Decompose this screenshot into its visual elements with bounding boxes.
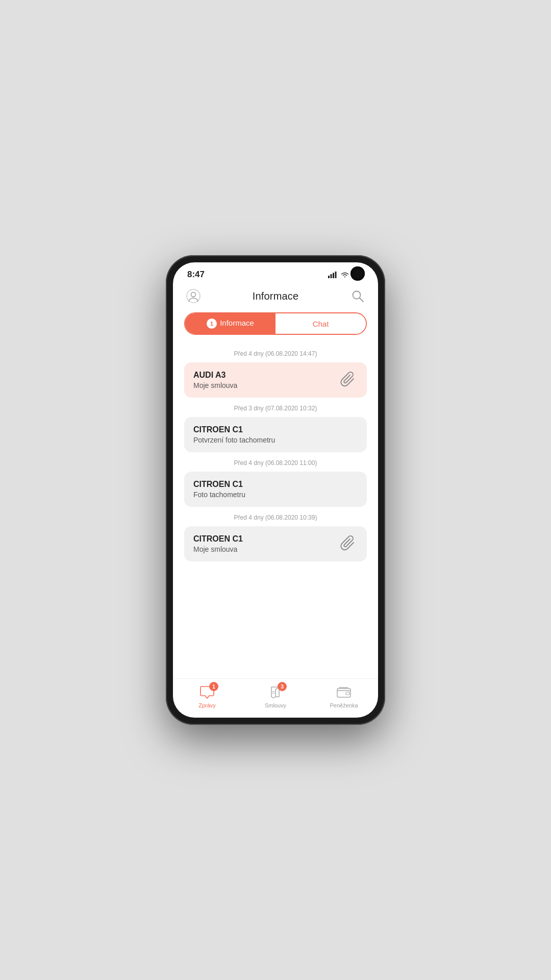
nav-smlouvy-badge: 3	[278, 682, 287, 691]
signal-icon	[328, 272, 337, 278]
nav-smlouvy-icon-wrap: 3	[266, 684, 285, 700]
wallet-icon	[337, 687, 351, 698]
tab-switcher: 1Informace Chat	[184, 312, 367, 335]
attachment-icon-4	[340, 535, 358, 553]
page-title: Informace	[253, 290, 299, 302]
attachment-icon-1	[340, 372, 358, 389]
timestamp-3: Před 4 dny (06.08.2020 11:00)	[184, 459, 367, 467]
person-icon	[186, 289, 201, 303]
tab-informace[interactable]: 1Informace	[185, 313, 276, 334]
nav-item-zpravy[interactable]: 1 Zprávy	[173, 684, 241, 708]
tab-chat[interactable]: Chat	[276, 313, 366, 334]
profile-button[interactable]	[184, 287, 203, 305]
search-icon	[351, 289, 364, 303]
nav-penezenka-icon-wrap	[335, 684, 353, 700]
message-card-1[interactable]: AUDI A3 Moje smlouva	[184, 362, 367, 398]
message-card-4[interactable]: CITROEN C1 Moje smlouva	[184, 526, 367, 561]
message-card-4-title: CITROEN C1	[193, 534, 334, 544]
phone-shell: 8:47	[166, 255, 385, 725]
message-card-4-subtitle: Moje smlouva	[193, 545, 334, 553]
message-card-1-subtitle: Moje smlouva	[193, 381, 334, 389]
nav-zpravy-badge: 1	[209, 682, 218, 691]
message-card-2-subtitle: Potvrzení foto tachometru	[193, 436, 358, 444]
svg-line-10	[360, 298, 363, 302]
svg-rect-12	[346, 692, 349, 695]
message-card-3[interactable]: CITROEN C1 Foto tachometru	[184, 472, 367, 507]
nav-zpravy-label: Zprávy	[198, 702, 216, 708]
nav-penezenka-label: Peněženka	[330, 702, 358, 708]
message-card-3-title: CITROEN C1	[193, 480, 358, 489]
svg-rect-0	[328, 276, 330, 278]
search-button[interactable]	[348, 287, 367, 305]
timestamp-1: Před 4 dny (06.08.2020 14:47)	[184, 350, 367, 357]
svg-rect-2	[333, 273, 334, 278]
message-card-1-title: AUDI A3	[193, 371, 334, 380]
message-card-3-text: CITROEN C1 Foto tachometru	[193, 480, 358, 499]
svg-point-8	[191, 292, 196, 297]
message-card-3-subtitle: Foto tachometru	[193, 491, 358, 499]
tab-informace-badge: 1	[207, 318, 217, 329]
nav-smlouvy-label: Smlouvy	[265, 702, 286, 708]
message-card-1-text: AUDI A3 Moje smlouva	[193, 371, 334, 389]
timestamp-4: Před 4 dny (06.08.2020 10:39)	[184, 514, 367, 521]
message-card-2-title: CITROEN C1	[193, 425, 358, 434]
nav-item-smlouvy[interactable]: 3 Smlouvy	[241, 684, 310, 708]
phone-screen: 8:47	[173, 262, 378, 718]
message-card-2-text: CITROEN C1 Potvrzení foto tachometru	[193, 425, 358, 444]
message-card-2[interactable]: CITROEN C1 Potvrzení foto tachometru	[184, 417, 367, 452]
nav-item-penezenka[interactable]: Peněženka	[310, 684, 378, 708]
bottom-nav: 1 Zprávy 3 Smlouvy	[173, 678, 378, 718]
timestamp-2: Před 3 dny (07.08.2020 10:32)	[184, 405, 367, 412]
message-list: Před 4 dny (06.08.2020 14:47) AUDI A3 Mo…	[173, 343, 378, 678]
camera-hole	[350, 266, 365, 281]
status-time: 8:47	[187, 270, 205, 280]
wifi-icon	[340, 272, 349, 278]
nav-zpravy-icon-wrap: 1	[198, 684, 216, 700]
app-header: Informace	[173, 284, 378, 312]
svg-rect-11	[337, 689, 350, 697]
message-card-4-text: CITROEN C1 Moje smlouva	[193, 534, 334, 553]
svg-rect-3	[335, 272, 337, 278]
svg-point-9	[353, 291, 360, 299]
status-bar: 8:47	[173, 262, 378, 284]
svg-rect-1	[331, 274, 332, 278]
